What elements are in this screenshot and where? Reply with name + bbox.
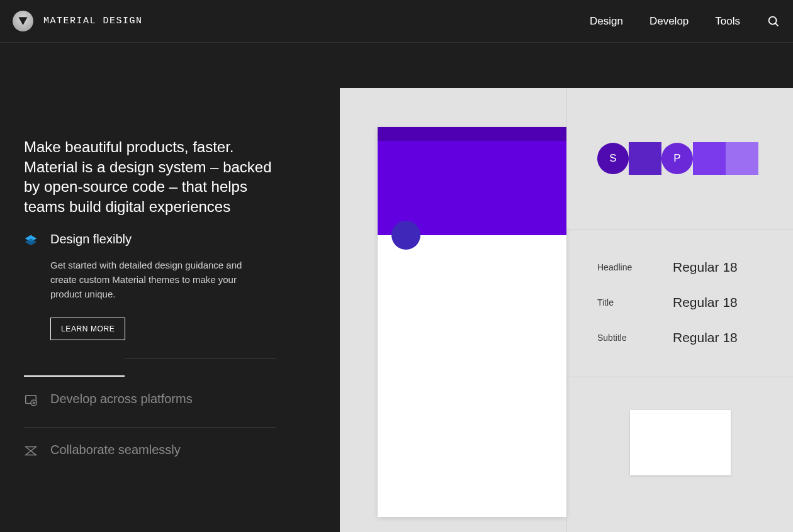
type-sample: Regular 18	[673, 295, 738, 310]
collaborate-icon	[24, 444, 40, 460]
feature-title: Develop across platforms	[50, 392, 302, 406]
swatch-square-3	[726, 142, 758, 175]
type-label: Title	[597, 297, 673, 308]
svg-point-1	[769, 16, 777, 24]
nav-develop[interactable]: Develop	[650, 15, 689, 28]
nav-tools[interactable]: Tools	[715, 15, 740, 28]
type-label: Headline	[597, 262, 673, 272]
component-panel	[567, 377, 793, 532]
type-row-title: Title Regular 18	[597, 295, 763, 310]
learn-more-button[interactable]: LEARN MORE	[50, 318, 125, 340]
device-statusbar	[378, 127, 566, 141]
type-row-headline: Headline Regular 18	[597, 260, 763, 275]
top-nav: Design Develop Tools	[590, 14, 780, 28]
header: MATERIAL DESIGN Design Develop Tools	[0, 0, 793, 43]
spec-column: S P Headline Regular 18 Title Regular 18	[566, 88, 793, 532]
code-icon	[24, 393, 40, 409]
swatch-s: S	[597, 143, 629, 174]
card-mockup	[630, 410, 731, 475]
color-swatches: S P	[567, 88, 793, 230]
fab-icon	[391, 221, 420, 250]
layers-icon	[24, 233, 40, 250]
search-icon[interactable]	[767, 14, 780, 28]
left-column: Make beautiful products, faster. Materia…	[0, 43, 340, 532]
swatch-square-1	[629, 142, 661, 175]
content: Make beautiful products, faster. Materia…	[0, 43, 793, 532]
device-appbar	[378, 127, 566, 235]
type-label: Subtitle	[597, 333, 673, 343]
feature-title: Collaborate seamlessly	[50, 443, 302, 457]
type-row-subtitle: Subtitle Regular 18	[597, 330, 763, 345]
feature-collaborate-seamlessly[interactable]: Collaborate seamlessly	[24, 428, 302, 460]
svg-marker-7	[26, 447, 37, 455]
hero-text: Make beautiful products, faster. Materia…	[24, 137, 276, 217]
feature-design-flexibly[interactable]: Design flexibly Get started with detaile…	[24, 217, 302, 341]
swatch-s-label: S	[609, 152, 616, 165]
svg-line-2	[775, 23, 778, 25]
nav-design[interactable]: Design	[590, 15, 623, 28]
feature-develop-across-platforms[interactable]: Develop across platforms	[24, 377, 302, 409]
swatch-p-label: P	[673, 152, 680, 165]
feature-divider-active	[24, 358, 276, 377]
brand-block[interactable]: MATERIAL DESIGN	[13, 11, 143, 31]
feature-title: Design flexibly	[50, 232, 302, 247]
svg-marker-0	[18, 17, 27, 25]
palette-panel: S P	[567, 88, 793, 230]
feature-desc: Get started with detailed design guidanc…	[50, 258, 258, 302]
type-sample: Regular 18	[673, 260, 738, 275]
swatch-square-2	[693, 142, 726, 175]
preview-area: S P Headline Regular 18 Title Regular 18	[340, 88, 793, 532]
device-mockup	[378, 127, 566, 517]
feature-body: Design flexibly Get started with detaile…	[50, 232, 302, 341]
swatch-p: P	[661, 143, 693, 174]
brand-title: MATERIAL DESIGN	[43, 16, 143, 26]
typography-panel: Headline Regular 18 Title Regular 18 Sub…	[567, 230, 793, 377]
material-logo-icon	[13, 11, 33, 31]
type-sample: Regular 18	[673, 330, 738, 345]
